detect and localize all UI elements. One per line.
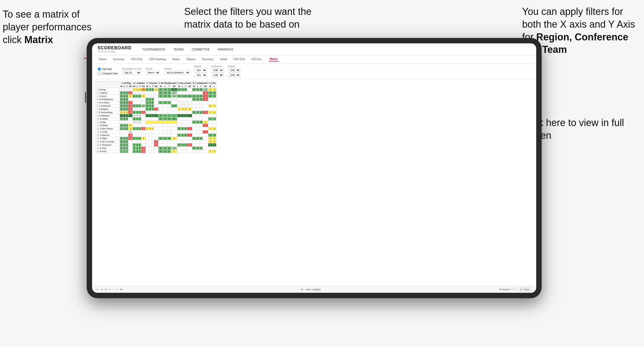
table-row: 2. L Clanton 210-16 01013 -24 22 <box>96 91 216 95</box>
toolbar-redo[interactable]: ↪ <box>101 288 103 291</box>
th-4-dif: Dif <box>171 85 177 88</box>
player-name: 20. M Ford <box>96 150 120 153</box>
toolbar-settings[interactable]: ⚙ <box>120 288 122 291</box>
th-2-l-clanton: 2. L Clanton <box>133 82 146 85</box>
table-row: 3. J Koivun 1102 0102 01013 04011 010-6 … <box>96 95 216 98</box>
toolbar-watch[interactable]: 👁 Watch ▾ <box>499 288 511 291</box>
region-filter: Region N/A N/A <box>194 65 207 77</box>
filters-row: Full View Compact View Max players in vi… <box>92 63 536 79</box>
th-6-t: T <box>199 85 203 88</box>
th-6-w: W <box>192 85 196 88</box>
players-label: Players <box>228 65 240 68</box>
th-7-g-sa: 7. G Sa <box>208 82 216 85</box>
nav-teams[interactable]: TEAMS <box>173 48 184 51</box>
table-row: 1. W Ding 12011 110-2 12017 100 01013 02 <box>96 88 216 91</box>
logo-area: SCOREBOARD Powered by clippd <box>97 46 132 53</box>
sub-nav-matrix-active[interactable]: Matrix <box>269 57 279 62</box>
matrix-table: 1. W Ding 2. L Clanton 3. J Koivun 4. M … <box>95 81 216 153</box>
sub-nav-teams[interactable]: Teams <box>97 57 108 61</box>
table-row: 16. K Vilips 310-25 2204 3308 000 01 <box>96 137 216 140</box>
compact-view-input[interactable] <box>97 72 101 75</box>
th-2-l: L <box>136 85 139 88</box>
th-7-w: W <box>208 85 213 88</box>
full-view-radio[interactable]: Full View <box>97 67 118 71</box>
table-row: 12. M Riedel 1106 -6 <box>96 124 216 127</box>
max-players-select[interactable]: Top 25 <box>122 70 141 75</box>
table-row: 19. D Ford 201 240-20 01013 011 <box>96 147 216 150</box>
th-3-w: W <box>145 85 149 88</box>
division-filter: Division NCAA Division I <box>164 68 190 75</box>
conference-select-2[interactable]: (All) <box>211 73 224 77</box>
table-row: 6. C Lamprecht 300-16 24124 300 6 01 <box>96 104 216 108</box>
region-select-2[interactable]: N/A <box>194 73 207 77</box>
table-row: 15. P Maichon -19 410-7 22 <box>96 134 216 137</box>
sub-nav-matrix[interactable]: Matrix <box>171 57 181 61</box>
toolbar-refresh[interactable]: ⟳ <box>105 288 107 291</box>
player-name: 16. K Vilips <box>96 137 120 140</box>
player-name: 14. J Lundin <box>96 130 120 134</box>
annotation-center-text: Select the filters you want the matrix d… <box>184 6 311 30</box>
th-3-j-koivun: 3. J Koivun <box>145 82 158 85</box>
sub-nav-summary2[interactable]: Summary <box>201 57 215 61</box>
th-player <box>96 82 120 88</box>
toolbar-expand[interactable]: ⛶ <box>513 288 516 291</box>
tablet-side-button <box>85 92 86 103</box>
player-name: 15. P Maichon <box>96 134 120 137</box>
nav-tournaments[interactable]: TOURNAMENTS <box>142 48 165 51</box>
player-name: 3. J Koivun <box>96 95 120 98</box>
table-row: 17. S De La Fuente 100 -8 02 <box>96 140 216 143</box>
player-name: 1. W Ding <box>96 88 120 91</box>
toolbar-share-small[interactable]: ⤴ <box>109 288 111 291</box>
th-1-w: W <box>120 85 123 88</box>
nav-committee[interactable]: COMMITTEE <box>192 48 210 51</box>
th-5-t: T <box>184 85 187 88</box>
full-view-input[interactable] <box>97 67 101 71</box>
th-2-dif: Dif <box>141 85 145 88</box>
table-row: 5. M La Sasso 150-6 110 101 <box>96 101 216 104</box>
th-3-dif: Dif <box>154 85 158 88</box>
th-4-l: L <box>163 85 167 88</box>
nav-rankings[interactable]: RANKINGS <box>218 48 233 51</box>
conference-select-1[interactable]: (All) <box>211 68 224 72</box>
th-1-w-ding: 1. W Ding <box>120 82 133 85</box>
table-row: 8. P Summerhays 521-45 220-16 010-13 12 <box>96 111 216 114</box>
division-select[interactable]: NCAA Division I <box>164 70 190 75</box>
th-6-dif: Dif <box>203 85 208 88</box>
player-name: 7. G Sargent <box>96 108 120 111</box>
sub-nav-detail[interactable]: Detail <box>219 57 228 61</box>
toolbar-zoom-in[interactable]: + <box>116 288 118 291</box>
gender-select[interactable]: Men's <box>145 70 160 75</box>
players-filter: Players (All) (All) <box>228 65 240 77</box>
player-name: 12. M Riedel <box>96 124 120 127</box>
sub-nav-summary[interactable]: Summary <box>112 57 126 61</box>
th-5-dif: Dif <box>187 85 192 88</box>
division-label: Division <box>164 68 190 70</box>
toolbar-right: 👁 Watch ▾ ⛶ 🔗 Share <box>499 287 532 292</box>
toolbar-zoom-out[interactable]: − <box>113 288 114 291</box>
full-view-label: Full View <box>102 68 112 70</box>
sub-nav-h2h-heatmap[interactable]: H2H Heatmap <box>148 57 167 61</box>
annotation-center: Select the filters you want the matrix d… <box>184 5 325 31</box>
view-radio-group: Full View Compact View <box>97 67 118 75</box>
player-name: 2. L Clanton <box>96 91 120 95</box>
toolbar-view-original[interactable]: View: Original <box>305 288 320 291</box>
logo-title: SCOREBOARD <box>97 46 132 50</box>
gender-label: Gender <box>145 68 160 70</box>
players-select-1[interactable]: (All) <box>228 68 240 72</box>
toolbar-share-btn[interactable]: 🔗 Share <box>518 287 532 292</box>
toolbar-center: 🖥 View: Original <box>301 288 320 291</box>
player-name: 5. M La Sasso <box>96 101 120 104</box>
sub-nav-h2h-grid[interactable]: H2H Grid <box>130 57 144 61</box>
th-6-c-lamprecht: 6. C Lamprecht <box>192 82 208 85</box>
toolbar-view-label: 🖥 <box>301 288 303 291</box>
players-select-2[interactable]: (All) <box>228 73 240 77</box>
region-select-1[interactable]: N/A <box>194 68 207 72</box>
player-name: 9. N Gabrelcik <box>96 114 120 117</box>
sub-nav-h2hhe[interactable]: H2H He... <box>250 57 264 61</box>
sub-nav-h2h-grid2[interactable]: H2H Grid <box>232 57 246 61</box>
matrix-area[interactable]: 1. W Ding 2. L Clanton 3. J Koivun 4. M … <box>92 79 536 286</box>
toolbar-undo[interactable]: ↩ <box>96 288 99 291</box>
compact-view-radio[interactable]: Compact View <box>97 72 118 75</box>
sub-nav-players[interactable]: Players <box>186 57 197 61</box>
th-4-w: W <box>158 85 163 88</box>
